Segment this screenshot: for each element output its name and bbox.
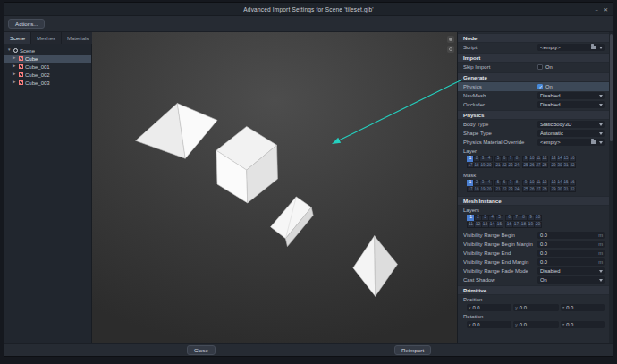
property-row-cast-shadow: Cast Shadow On	[458, 275, 609, 284]
chevron-down-icon	[599, 270, 603, 273]
layer-cell[interactable]: 32	[569, 163, 576, 169]
section-header-generate[interactable]: Generate	[458, 72, 609, 82]
shape-type-dropdown[interactable]: Automatic	[537, 130, 605, 137]
visibility-spinbox[interactable]: 0.0 m	[537, 250, 605, 257]
layer-cell[interactable]: 28	[541, 187, 548, 193]
preview-sunlight-toggle[interactable]	[447, 36, 454, 43]
reimport-button[interactable]: Reimport	[394, 345, 431, 355]
expand-arrow-icon[interactable]: ▶	[13, 80, 17, 85]
actions-button[interactable]: Actions...	[8, 19, 45, 29]
expand-arrow-icon[interactable]: ▶	[13, 72, 17, 77]
layer-cell[interactable]: 5	[495, 215, 503, 221]
import-inspector-panel: Node Script <empty> Import Skip Import	[458, 32, 613, 343]
section-header-mesh-instance[interactable]: Mesh Instance	[458, 196, 609, 206]
chevron-down-icon	[599, 95, 603, 97]
layer-label: Layer	[458, 147, 609, 155]
script-dropdown[interactable]: <empty>	[537, 44, 605, 51]
layer-cell[interactable]: 4	[486, 180, 493, 186]
chevron-down-icon	[599, 123, 603, 126]
tree-item[interactable]: ▶ Cube	[4, 55, 91, 63]
close-icon[interactable]: ✕	[604, 7, 608, 13]
load-resource-icon[interactable]	[591, 140, 596, 145]
layer-cell[interactable]: 16	[569, 156, 576, 162]
position-axis-field[interactable]: z 0.0	[561, 304, 605, 311]
occluder-dropdown[interactable]: Disabled	[537, 101, 605, 108]
property-row-fade-mode: Visibility Range Fade Mode Disabled	[458, 267, 609, 275]
layer-cell[interactable]: 12	[541, 180, 548, 186]
layer-cell[interactable]: 16	[569, 180, 576, 186]
property-row-occluder: Occluder Disabled	[458, 100, 609, 109]
sun-icon	[449, 38, 452, 41]
layer-cell[interactable]: 20	[534, 222, 542, 228]
tree-item[interactable]: ▶ Cube_001	[4, 63, 91, 71]
scene-tree: ▼ Scene ▶ Cube	[4, 44, 91, 343]
inspector-scroll-area: Node Script <empty> Import Skip Import	[458, 32, 609, 343]
dialog-titlebar[interactable]: Advanced Import Settings for Scene 'tile…	[4, 3, 613, 16]
property-row-visibility: Visibility Range End 0.0 m	[458, 249, 609, 258]
mask-label: Mask	[458, 171, 609, 179]
preview-environment-toggle[interactable]	[447, 46, 454, 53]
physics-material-dropdown[interactable]: <empty>	[537, 139, 605, 146]
panel-tab[interactable]: Materials	[62, 32, 95, 44]
tree-item-label: Scene	[20, 48, 35, 54]
expand-arrow-icon[interactable]: ▶	[13, 56, 17, 61]
panel-tab[interactable]: Meshes	[31, 32, 62, 44]
scrollbar-thumb[interactable]	[610, 34, 613, 141]
layer-cell[interactable]: 24	[513, 163, 520, 169]
navmesh-dropdown[interactable]: Disabled	[537, 92, 605, 99]
layer-cell[interactable]: 20	[486, 163, 493, 169]
layer-cell[interactable]: 12	[541, 156, 548, 162]
rotation-axis-field[interactable]: z 0.0	[561, 321, 605, 328]
visibility-spinbox[interactable]: 0.0 m	[537, 241, 605, 248]
dialog-body: Scene Meshes Materials ▼	[4, 32, 613, 343]
position-axis-field[interactable]: x 0.0	[467, 304, 511, 311]
visibility-spinbox[interactable]: 0.0 m	[537, 258, 605, 266]
visibility-range-rows: Visibility Range Begin 0.0 m Visibility …	[458, 231, 609, 267]
property-row-navmesh: NavMesh Disabled	[458, 91, 609, 100]
minimize-icon[interactable]: −	[595, 7, 598, 13]
collision-mask-grid: 1234567891011121314151617181920212223242…	[458, 179, 609, 195]
physics-checkbox[interactable]	[537, 84, 543, 89]
physics-checkbox-group: On	[537, 84, 605, 89]
cast-shadow-dropdown[interactable]: On	[537, 276, 605, 284]
environment-icon	[449, 47, 452, 51]
body-type-dropdown[interactable]: StaticBody3D	[537, 121, 605, 128]
section-header-import[interactable]: Import	[458, 53, 609, 63]
3d-preview-viewport[interactable]	[92, 32, 458, 343]
mesh-instance-icon	[19, 64, 23, 69]
visibility-spinbox[interactable]: 0.0 m	[537, 232, 605, 239]
skip-import-checkbox[interactable]	[537, 64, 543, 70]
tree-item[interactable]: ▶ Cube_003	[4, 79, 91, 87]
expand-arrow-icon[interactable]: ▶	[13, 64, 17, 69]
dialog-bottom-bar: Close Reimport	[4, 343, 613, 356]
section-header-node[interactable]: Node	[458, 33, 609, 43]
section-header-primitive[interactable]: Primitive	[458, 285, 609, 295]
property-row-physics-material-override: Physics Material Override <empty>	[458, 138, 609, 147]
actions-toolbar: Actions...	[4, 16, 613, 32]
inspector-scrollbar[interactable]	[609, 32, 613, 343]
load-resource-icon[interactable]	[591, 46, 596, 50]
layer-cell[interactable]: 8	[513, 180, 520, 186]
layer-cell[interactable]: 32	[569, 187, 576, 193]
chevron-down-icon	[599, 141, 603, 144]
layer-cell[interactable]: 28	[541, 163, 548, 169]
layer-cell[interactable]: 10	[534, 215, 542, 221]
layer-cell[interactable]: 8	[513, 156, 520, 162]
section-header-physics[interactable]: Physics	[458, 110, 609, 120]
tab-label: Scene	[10, 36, 25, 41]
layer-cell[interactable]: 24	[513, 187, 520, 193]
rotation-axis-field[interactable]: y 0.0	[513, 321, 558, 328]
close-button[interactable]: Close	[187, 345, 216, 355]
tree-item[interactable]: ▶ Cube_002	[4, 71, 91, 79]
fade-mode-dropdown[interactable]: Disabled	[537, 267, 605, 275]
position-axis-field[interactable]: y 0.0	[513, 304, 558, 311]
panel-tab[interactable]: Scene	[4, 32, 31, 44]
tree-children: ▶ Cube ▶ Cube_001	[4, 55, 91, 87]
layer-cell[interactable]: 4	[486, 156, 493, 162]
expand-arrow-icon[interactable]: ▼	[7, 48, 12, 53]
rotation-axis-field[interactable]: x 0.0	[467, 321, 511, 328]
layer-cell[interactable]: 20	[486, 187, 493, 193]
tree-item-scene-root[interactable]: ▼ Scene	[4, 47, 91, 55]
rotation-label: Rotation	[458, 312, 609, 320]
layer-cell[interactable]: 15	[495, 222, 503, 228]
